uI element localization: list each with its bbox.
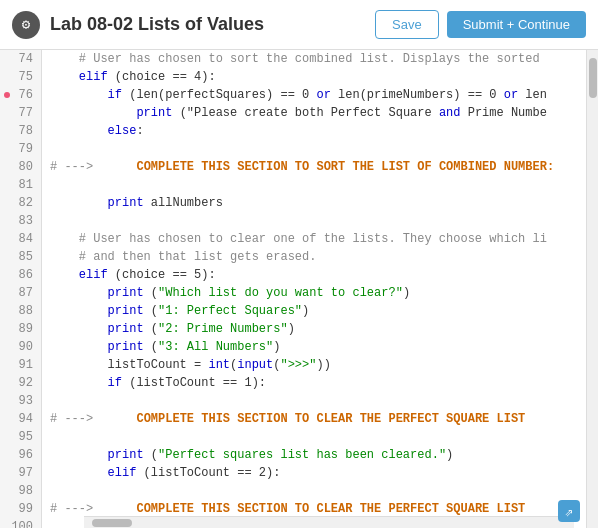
code-line: # User has chosen to clear one of the li… [42, 230, 586, 248]
line-number: 79 [0, 140, 41, 158]
code-line: listToCount = int(input(">>>")) [42, 356, 586, 374]
horizontal-scroll-thumb [92, 519, 132, 527]
line-number: 100 [0, 518, 41, 528]
header: ⚙ Lab 08-02 Lists of Values Save Submit … [0, 0, 598, 50]
code-line: if (listToCount == 1): [42, 374, 586, 392]
line-number: 88 [0, 302, 41, 320]
line-number: 90 [0, 338, 41, 356]
line-number: 76 [0, 86, 41, 104]
code-line: print ("3: All Numbers") [42, 338, 586, 356]
line-number: 98 [0, 482, 41, 500]
line-number: 87 [0, 284, 41, 302]
line-number: 84 [0, 230, 41, 248]
line-number: 78 [0, 122, 41, 140]
code-line [42, 212, 586, 230]
code-area: 7475767778798081828384858687888990919293… [0, 50, 598, 528]
page-title: Lab 08-02 Lists of Values [50, 14, 375, 35]
save-button[interactable]: Save [375, 10, 439, 39]
code-line: elif (choice == 5): [42, 266, 586, 284]
line-number: 91 [0, 356, 41, 374]
line-number: 74 [0, 50, 41, 68]
line-number: 86 [0, 266, 41, 284]
line-number: 85 [0, 248, 41, 266]
code-line [42, 428, 586, 446]
code-line [42, 176, 586, 194]
code-line [42, 392, 586, 410]
code-line: if (len(perfectSquares) == 0 or len(prim… [42, 86, 586, 104]
code-line: # ---> COMPLETE THIS SECTION TO CLEAR TH… [42, 410, 586, 428]
vertical-scrollbar[interactable] [586, 50, 598, 528]
line-number: 94 [0, 410, 41, 428]
code-line: elif (choice == 4): [42, 68, 586, 86]
code-line: print ("Which list do you want to clear?… [42, 284, 586, 302]
line-number: 89 [0, 320, 41, 338]
code-line: # and then that list gets erased. [42, 248, 586, 266]
code-content[interactable]: # User has chosen to sort the combined l… [42, 50, 586, 528]
code-line: print ("Please create both Perfect Squar… [42, 104, 586, 122]
submit-button[interactable]: Submit + Continue [447, 11, 586, 38]
line-numbers: 7475767778798081828384858687888990919293… [0, 50, 42, 528]
horizontal-scrollbar[interactable] [84, 516, 574, 528]
line-number: 82 [0, 194, 41, 212]
corner-expand-icon[interactable]: ⇗ [558, 500, 580, 522]
line-number: 92 [0, 374, 41, 392]
code-line: else: [42, 122, 586, 140]
line-number: 77 [0, 104, 41, 122]
code-line: elif (listToCount == 2): [42, 464, 586, 482]
code-line [42, 140, 586, 158]
line-number: 75 [0, 68, 41, 86]
code-line [42, 482, 586, 500]
code-line: # ---> COMPLETE THIS SECTION TO SORT THE… [42, 158, 586, 176]
gear-icon[interactable]: ⚙ [12, 11, 40, 39]
code-line: print ("1: Perfect Squares") [42, 302, 586, 320]
code-line: # User has chosen to sort the combined l… [42, 50, 586, 68]
line-number: 80 [0, 158, 41, 176]
line-number: 96 [0, 446, 41, 464]
line-number: 97 [0, 464, 41, 482]
vertical-scroll-thumb [589, 58, 597, 98]
code-line: print ("Perfect squares list has been cl… [42, 446, 586, 464]
line-number: 95 [0, 428, 41, 446]
code-line: print allNumbers [42, 194, 586, 212]
app-container: ⚙ Lab 08-02 Lists of Values Save Submit … [0, 0, 598, 528]
code-lines: # User has chosen to sort the combined l… [42, 50, 586, 528]
line-number: 83 [0, 212, 41, 230]
line-number: 99 [0, 500, 41, 518]
line-number: 81 [0, 176, 41, 194]
line-number: 93 [0, 392, 41, 410]
code-line: print ("2: Prime Numbers") [42, 320, 586, 338]
